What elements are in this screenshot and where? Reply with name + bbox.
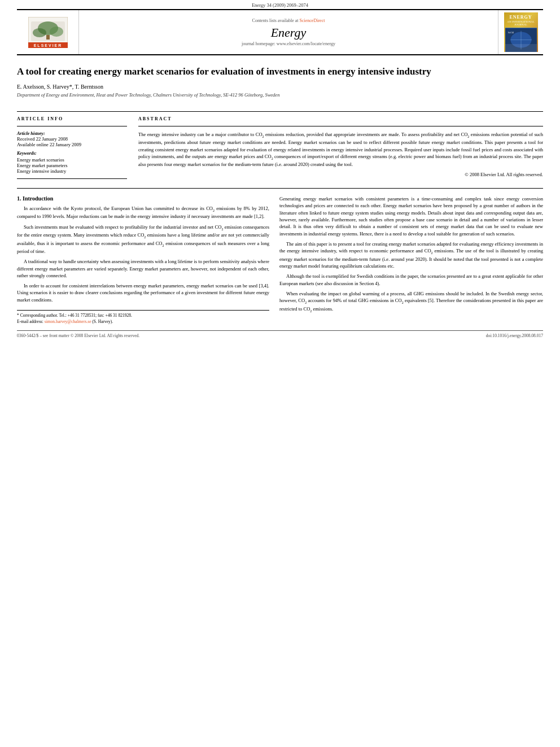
svg-point-3 bbox=[33, 28, 46, 37]
history-label: Article history: bbox=[17, 131, 127, 136]
info-abstract-section: ARTICLE INFO Article history: Received 2… bbox=[17, 116, 543, 184]
sciencedirect-link[interactable]: ScienceDirect bbox=[300, 18, 325, 23]
cover-chart-svg: Vol 34 bbox=[505, 28, 537, 52]
abstract-col: ABSTRACT The energy intensive industry c… bbox=[138, 116, 543, 184]
keyword-1: Energy market scenarios bbox=[17, 157, 127, 163]
cover-image-area: Vol 34 bbox=[505, 28, 537, 52]
article-authors: E. Axelsson, S. Harvey*, T. Berntsson bbox=[17, 84, 543, 90]
svg-text:Vol 34: Vol 34 bbox=[508, 32, 513, 34]
issn-text: 0360-5442/$ – see front matter © 2008 El… bbox=[17, 333, 139, 338]
info-bottom-divider bbox=[17, 178, 127, 179]
abstract-label: ABSTRACT bbox=[138, 116, 543, 121]
article-history: Article history: Received 22 January 200… bbox=[17, 131, 127, 147]
svg-text:ELSEVIER: ELSEVIER bbox=[33, 43, 62, 47]
intro-para3: A traditional way to handle uncertainty … bbox=[17, 258, 269, 279]
citation-text: Energy 34 (2009) 2069–2074 bbox=[252, 2, 308, 8]
svg-rect-5 bbox=[46, 35, 50, 40]
received-date: Received 22 January 2008 bbox=[17, 136, 127, 142]
article-title: A tool for creating energy market scenar… bbox=[17, 65, 543, 78]
divider-top bbox=[17, 111, 543, 112]
elsevier-tree-svg: ELSEVIER bbox=[28, 17, 68, 48]
keywords-label: Keywords: bbox=[17, 151, 127, 156]
footnote-email-line: E-mail address: simon.harvey@chalmers.se… bbox=[17, 319, 269, 325]
right-para1: Generating energy market scenarios with … bbox=[279, 195, 543, 237]
available-date: Available online 22 January 2009 bbox=[17, 142, 127, 147]
intro-para4: In order to account for consistent inter… bbox=[17, 282, 269, 303]
intro-para2: Such investments must be evaluated with … bbox=[17, 224, 269, 255]
elsevier-logo-area: ELSEVIER bbox=[17, 10, 79, 54]
bottom-bar: 0360-5442/$ – see front matter © 2008 El… bbox=[17, 330, 543, 338]
citation-bar: Energy 34 (2009) 2069–2074 bbox=[0, 0, 560, 9]
main-col-right: Generating energy market scenarios with … bbox=[279, 195, 543, 325]
journal-homepage: journal homepage: www.elsevier.com/locat… bbox=[242, 41, 335, 46]
article-info-col: ARTICLE INFO Article history: Received 2… bbox=[17, 116, 127, 184]
section-number: 1. Introduction bbox=[17, 195, 53, 202]
keywords-section: Keywords: Energy market scenarios Energy… bbox=[17, 151, 127, 174]
article-info-label: ARTICLE INFO bbox=[17, 116, 127, 121]
keyword-3: Energy intensive industry bbox=[17, 168, 127, 174]
main-content-area: 1. Introduction In accordance with the K… bbox=[17, 195, 543, 325]
article-body: A tool for creating energy market scenar… bbox=[17, 55, 543, 325]
abstract-text: The energy intensive industry can be a m… bbox=[138, 131, 543, 168]
keyword-2: Energy market parameters bbox=[17, 163, 127, 168]
cover-subtitle: AN INTERNATIONAL JOURNAL bbox=[505, 20, 537, 26]
divider-main bbox=[17, 188, 543, 189]
elsevier-logo: ELSEVIER bbox=[28, 17, 68, 48]
doi-text: doi:10.1016/j.energy.2008.08.017 bbox=[486, 333, 543, 338]
journal-cover-area: ENERGY AN INTERNATIONAL JOURNAL Vol 34 bbox=[498, 10, 543, 54]
copyright-notice: © 2008 Elsevier Ltd. All rights reserved… bbox=[138, 172, 543, 177]
right-para4: When evaluating the impact on global war… bbox=[279, 290, 543, 313]
footnote-area: * Corresponding author. Tel.: +46 31 772… bbox=[17, 310, 269, 325]
journal-name: Energy bbox=[271, 25, 307, 40]
article-title-section: A tool for creating energy market scenar… bbox=[17, 55, 543, 107]
right-para2: The aim of this paper is to present a to… bbox=[279, 241, 543, 269]
svg-point-4 bbox=[50, 27, 63, 37]
cover-title: ENERGY bbox=[509, 15, 532, 20]
abstract-divider bbox=[138, 126, 543, 126]
sciencedirect-label: Contents lists available at ScienceDirec… bbox=[252, 18, 325, 23]
journal-title-area: Contents lists available at ScienceDirec… bbox=[79, 10, 498, 54]
footnote-email-link[interactable]: simon.harvey@chalmers.se bbox=[45, 319, 91, 324]
intro-para1: In accordance with the Kyoto protocol, t… bbox=[17, 205, 269, 220]
article-affiliation: Department of Energy and Environment, He… bbox=[17, 92, 543, 98]
intro-heading: 1. Introduction bbox=[17, 195, 269, 202]
energy-cover-image: ENERGY AN INTERNATIONAL JOURNAL Vol 34 bbox=[504, 12, 538, 52]
footnote-star: * Corresponding author. Tel.: +46 31 772… bbox=[17, 313, 269, 319]
right-para3: Although the tool is exemplified for Swe… bbox=[279, 273, 543, 287]
main-col-left: 1. Introduction In accordance with the K… bbox=[17, 195, 269, 325]
info-divider bbox=[17, 126, 127, 126]
journal-header: ELSEVIER Contents lists available at Sci… bbox=[17, 9, 543, 55]
